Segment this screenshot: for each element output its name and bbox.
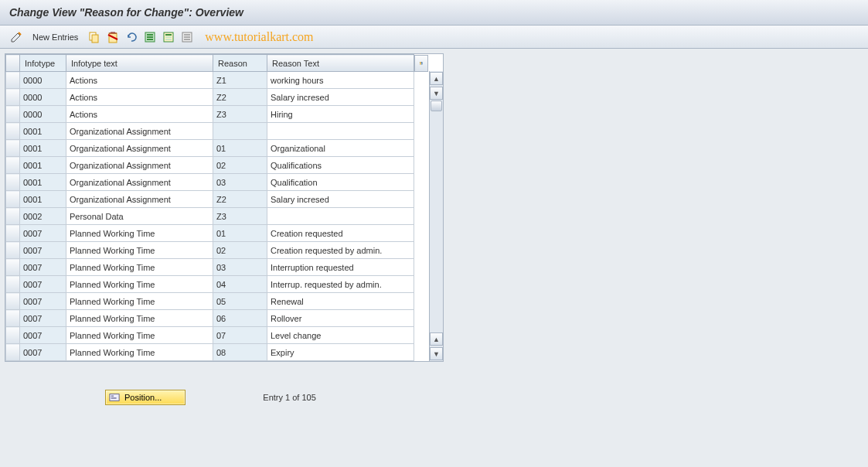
- scroll-down-button-bottom[interactable]: ▼: [430, 347, 443, 360]
- cell-infotype[interactable]: 0007: [20, 225, 66, 242]
- cell-infotext[interactable]: Organizational Assignment: [66, 174, 213, 191]
- row-selector[interactable]: [6, 174, 20, 191]
- cell-reason[interactable]: Z3: [213, 106, 267, 123]
- cell-reasontext[interactable]: Interrup. requested by admin.: [267, 276, 414, 293]
- cell-reasontext[interactable]: Qualification: [267, 174, 414, 191]
- cell-infotext[interactable]: Organizational Assignment: [66, 191, 213, 208]
- row-selector[interactable]: [6, 225, 20, 242]
- cell-reason[interactable]: [213, 123, 267, 140]
- cell-reason[interactable]: 07: [213, 327, 267, 344]
- cell-infotype[interactable]: 0007: [20, 293, 66, 310]
- cell-reason[interactable]: 01: [213, 225, 267, 242]
- cell-reasontext[interactable]: [267, 123, 414, 140]
- cell-infotext[interactable]: Actions: [66, 72, 213, 89]
- cell-infotext[interactable]: Planned Working Time: [66, 344, 213, 361]
- cell-reasontext[interactable]: Expiry: [267, 344, 414, 361]
- pencil-icon[interactable]: [9, 30, 23, 44]
- cell-reason[interactable]: 01: [213, 140, 267, 157]
- row-selector[interactable]: [6, 293, 20, 310]
- row-selector[interactable]: [6, 276, 20, 293]
- cell-reasontext[interactable]: Level change: [267, 327, 414, 344]
- cell-infotype[interactable]: 0007: [20, 327, 66, 344]
- cell-reason[interactable]: 08: [213, 344, 267, 361]
- column-header-infotype[interactable]: Infotype: [20, 55, 66, 72]
- cell-infotype[interactable]: 0001: [20, 191, 66, 208]
- cell-reasontext[interactable]: Creation requested by admin.: [267, 242, 414, 259]
- cell-infotext[interactable]: Personal Data: [66, 208, 213, 225]
- select-block-icon[interactable]: [162, 30, 175, 44]
- cell-reason[interactable]: 05: [213, 293, 267, 310]
- row-selector-header[interactable]: [6, 55, 20, 72]
- row-selector[interactable]: [6, 310, 20, 327]
- row-selector[interactable]: [6, 140, 20, 157]
- copy-icon[interactable]: [87, 30, 101, 44]
- cell-infotype[interactable]: 0007: [20, 242, 66, 259]
- cell-infotext[interactable]: Planned Working Time: [66, 293, 213, 310]
- cell-reasontext[interactable]: Rollover: [267, 310, 414, 327]
- cell-infotype[interactable]: 0007: [20, 310, 66, 327]
- cell-infotype[interactable]: 0001: [20, 140, 66, 157]
- scroll-down-button[interactable]: ▼: [430, 87, 443, 100]
- cell-infotext[interactable]: Planned Working Time: [66, 276, 213, 293]
- cell-reasontext[interactable]: working hours: [267, 72, 414, 89]
- scroll-up-button-bottom[interactable]: ▲: [430, 332, 443, 346]
- cell-infotext[interactable]: Planned Working Time: [66, 327, 213, 344]
- cell-infotype[interactable]: 0007: [20, 259, 66, 276]
- cell-reasontext[interactable]: Creation requested: [267, 225, 414, 242]
- column-header-reasontext[interactable]: Reason Text: [267, 55, 414, 72]
- row-selector[interactable]: [6, 106, 20, 123]
- row-selector[interactable]: [6, 89, 20, 106]
- cell-reason[interactable]: Z3: [213, 208, 267, 225]
- cell-infotype[interactable]: 0000: [20, 89, 66, 106]
- cell-infotext[interactable]: Planned Working Time: [66, 242, 213, 259]
- delete-icon[interactable]: [106, 30, 120, 44]
- cell-infotext[interactable]: Planned Working Time: [66, 259, 213, 276]
- cell-infotype[interactable]: 0000: [20, 72, 66, 89]
- row-selector[interactable]: [6, 191, 20, 208]
- cell-reasontext[interactable]: Salary incresed: [267, 89, 414, 106]
- cell-reasontext[interactable]: Interruption requested: [267, 259, 414, 276]
- cell-reasontext[interactable]: Hiring: [267, 106, 414, 123]
- cell-infotype[interactable]: 0001: [20, 174, 66, 191]
- cell-infotype[interactable]: 0007: [20, 276, 66, 293]
- column-header-infotext[interactable]: Infotype text: [66, 55, 213, 72]
- row-selector[interactable]: [6, 327, 20, 344]
- row-selector[interactable]: [6, 123, 20, 140]
- position-button[interactable]: Position...: [105, 390, 186, 405]
- undo-icon[interactable]: [124, 30, 138, 44]
- cell-reasontext[interactable]: Renewal: [267, 293, 414, 310]
- cell-infotext[interactable]: Organizational Assignment: [66, 123, 213, 140]
- cell-infotext[interactable]: Actions: [66, 89, 213, 106]
- cell-infotext[interactable]: Organizational Assignment: [66, 140, 213, 157]
- cell-reasontext[interactable]: Salary incresed: [267, 191, 414, 208]
- cell-reason[interactable]: 02: [213, 242, 267, 259]
- new-entries-button[interactable]: New Entries: [28, 31, 83, 43]
- cell-infotype[interactable]: 0002: [20, 208, 66, 225]
- cell-reasontext[interactable]: Organizational: [267, 140, 414, 157]
- column-header-reason[interactable]: Reason: [213, 55, 267, 72]
- table-settings-icon[interactable]: [414, 55, 428, 72]
- row-selector[interactable]: [6, 72, 20, 89]
- vertical-scrollbar[interactable]: ▲ ▼ ▲ ▼: [429, 71, 443, 361]
- cell-reason[interactable]: 04: [213, 276, 267, 293]
- scroll-track[interactable]: [430, 101, 443, 332]
- cell-infotype[interactable]: 0007: [20, 344, 66, 361]
- row-selector[interactable]: [6, 242, 20, 259]
- cell-infotext[interactable]: Planned Working Time: [66, 310, 213, 327]
- cell-reason[interactable]: 02: [213, 157, 267, 174]
- cell-reason[interactable]: Z2: [213, 191, 267, 208]
- row-selector[interactable]: [6, 344, 20, 361]
- cell-reason[interactable]: 06: [213, 310, 267, 327]
- cell-infotype[interactable]: 0001: [20, 157, 66, 174]
- cell-reason[interactable]: 03: [213, 174, 267, 191]
- cell-infotype[interactable]: 0001: [20, 123, 66, 140]
- cell-infotext[interactable]: Organizational Assignment: [66, 157, 213, 174]
- cell-infotype[interactable]: 0000: [20, 106, 66, 123]
- cell-reason[interactable]: 03: [213, 259, 267, 276]
- row-selector[interactable]: [6, 157, 20, 174]
- cell-reasontext[interactable]: [267, 208, 414, 225]
- cell-infotext[interactable]: Actions: [66, 106, 213, 123]
- row-selector[interactable]: [6, 208, 20, 225]
- cell-infotext[interactable]: Planned Working Time: [66, 225, 213, 242]
- deselect-all-icon[interactable]: [180, 30, 194, 44]
